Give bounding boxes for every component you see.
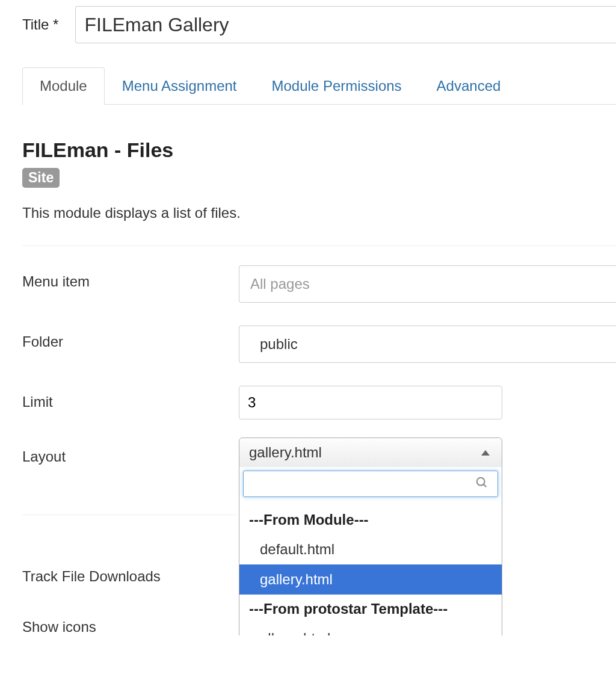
menu-item-placeholder: All pages [250, 276, 310, 292]
title-label: Title * [22, 16, 58, 33]
folder-value: public [260, 336, 298, 353]
limit-label: Limit [22, 375, 239, 410]
module-description: This module displays a list of files. [22, 205, 616, 221]
chevron-up-icon [481, 450, 490, 456]
tab-advanced[interactable]: Advanced [419, 67, 519, 105]
tabs: Module Menu Assignment Module Permission… [22, 67, 616, 105]
menu-item-label: Menu item [22, 255, 239, 290]
folder-select[interactable]: public [239, 326, 616, 363]
layout-selected-text: gallery.html [249, 444, 322, 461]
module-heading: FILEman - Files [22, 138, 616, 162]
layout-dropdown-selected[interactable]: gallery.html [239, 438, 502, 467]
layout-group-module: ---From Module--- [239, 505, 502, 534]
layout-label: Layout [22, 435, 239, 465]
tab-module-permissions[interactable]: Module Permissions [254, 67, 419, 105]
tab-menu-assignment[interactable]: Menu Assignment [105, 67, 254, 105]
folder-label: Folder [22, 315, 239, 350]
limit-input[interactable] [239, 386, 502, 419]
site-badge: Site [22, 168, 60, 188]
title-input[interactable] [75, 6, 616, 43]
tab-module[interactable]: Module [22, 67, 105, 105]
show-icons-label: Show icons [22, 602, 239, 635]
layout-search-input[interactable] [243, 471, 498, 497]
title-row: Title * [22, 0, 616, 49]
track-downloads-label: Track File Downloads [22, 551, 239, 585]
menu-item-select[interactable]: All pages [239, 265, 616, 303]
